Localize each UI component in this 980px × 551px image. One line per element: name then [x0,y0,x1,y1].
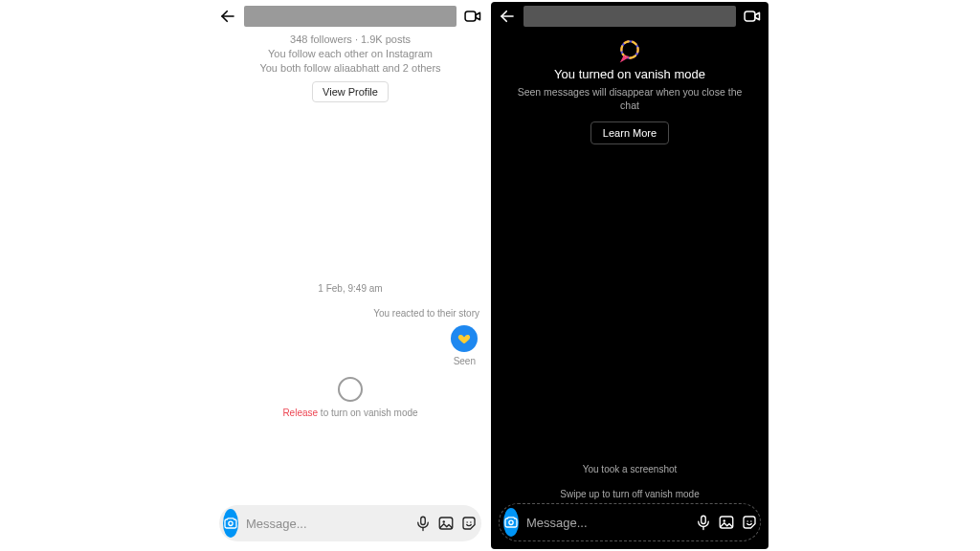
message-composer [499,503,761,541]
story-reaction-bubble[interactable] [451,325,478,352]
message-input[interactable] [524,515,689,531]
back-button[interactable] [497,6,518,27]
svg-point-14 [509,520,513,524]
chat-screen-light: 348 followers · 1.9K posts You follow ea… [212,2,489,549]
gallery-button[interactable] [718,512,735,533]
vanish-subtitle: Seen messages will disappear when you cl… [508,85,751,112]
reacted-label: You reacted to their story [373,308,479,319]
sticker-icon [460,515,478,532]
vanish-pull-indicator [338,377,363,402]
release-hint-rest: to turn on vanish mode [318,408,418,418]
camera-button[interactable] [223,509,238,538]
chat-title-redacted [244,6,457,27]
camera-icon [223,516,238,531]
svg-rect-1 [465,11,476,21]
swipe-hint: Swipe up to turn off vanish mode [491,489,768,499]
dashed-chat-icon [617,38,642,63]
profile-relation-1: You follow each other on Instagram [219,47,481,61]
sticker-button[interactable] [460,513,478,534]
video-call-button[interactable] [462,6,483,27]
svg-point-8 [470,521,472,523]
svg-rect-3 [421,517,426,524]
video-icon [743,7,762,26]
arrow-left-icon [499,8,516,25]
video-icon [463,7,482,26]
back-button[interactable] [217,6,238,27]
voice-button[interactable] [414,513,432,534]
camera-icon [503,515,519,530]
voice-button[interactable] [695,512,712,533]
arrow-left-icon [219,8,236,25]
release-hint-highlight: Release [282,408,318,418]
svg-rect-15 [702,516,706,523]
vanish-mode-icon [617,38,642,63]
learn-more-button[interactable]: Learn More [590,121,669,144]
chat-body: You turned on vanish mode Seen messages … [491,31,768,549]
image-icon [718,514,735,531]
vanish-title: You turned on vanish mode [491,67,768,81]
sticker-icon [741,514,758,531]
svg-point-6 [443,520,445,522]
profile-stats: 348 followers · 1.9K posts [219,33,481,47]
svg-rect-10 [745,11,755,21]
camera-button[interactable] [503,508,519,537]
view-profile-button[interactable]: View Profile [312,81,389,102]
message-input[interactable] [244,516,409,532]
video-call-button[interactable] [742,6,763,27]
chat-body: 348 followers · 1.9K posts You follow ea… [212,31,489,549]
heart-icon [457,332,471,345]
chat-header [491,2,768,31]
screenshot-notice: You took a screenshot [491,464,768,474]
microphone-icon [695,514,712,531]
chat-header [212,2,489,31]
sticker-button[interactable] [741,512,758,533]
chat-title-redacted [523,6,736,27]
chat-screen-vanish: You turned on vanish mode Seen messages … [491,2,768,549]
svg-point-2 [229,521,233,525]
seen-label: Seen [454,356,476,366]
profile-info: 348 followers · 1.9K posts You follow ea… [212,31,489,76]
svg-rect-17 [720,517,733,528]
gallery-button[interactable] [437,513,455,534]
svg-point-18 [724,519,725,521]
message-composer [219,505,481,541]
svg-point-19 [746,520,748,522]
svg-point-20 [750,520,752,522]
image-icon [437,515,455,532]
message-timestamp: 1 Feb, 9:49 am [212,283,489,294]
profile-relation-2: You both follow aliaabhatt and 2 others [219,61,481,76]
microphone-icon [414,515,432,532]
svg-point-7 [466,521,468,523]
release-hint: Release to turn on vanish mode [212,408,489,418]
svg-rect-5 [439,518,453,529]
